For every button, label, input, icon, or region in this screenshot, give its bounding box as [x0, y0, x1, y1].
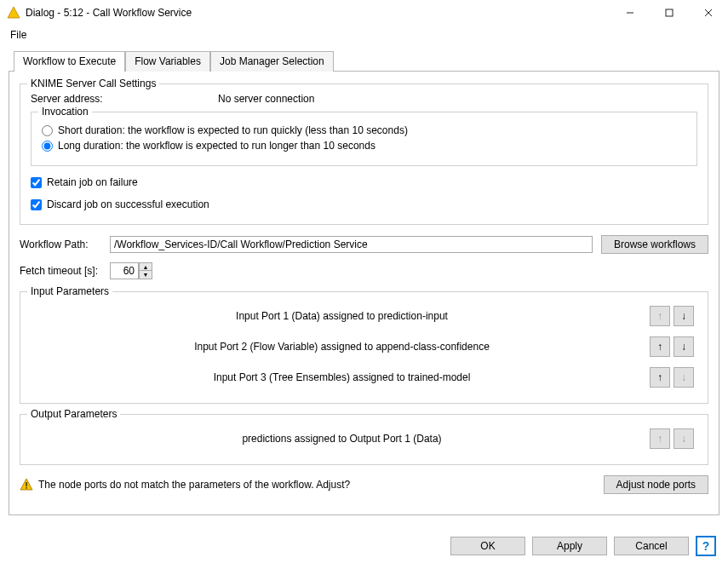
titlebar: Dialog - 5:12 - Call Workflow Service: [0, 0, 728, 26]
tab-flow-variables[interactable]: Flow Variables: [125, 51, 210, 72]
discard-job-label: Discard job on successful execution: [47, 198, 209, 210]
server-address-label: Server address:: [31, 93, 218, 105]
invocation-title: Invocation: [38, 106, 92, 118]
minimize-button[interactable]: [610, 0, 650, 26]
tab-job-manager-selection[interactable]: Job Manager Selection: [210, 51, 334, 72]
fetch-timeout-row: Fetch timeout [s]: ▲ ▼: [20, 262, 708, 279]
svg-marker-0: [8, 7, 20, 18]
close-button[interactable]: [689, 0, 728, 26]
output-param-row-1: predictions assigned to Output Port 1 (D…: [31, 423, 697, 454]
input-param-row-2: Input Port 2 (Flow Variable) assigned to…: [31, 331, 697, 362]
browse-workflows-button[interactable]: Browse workflows: [601, 235, 708, 254]
app-icon: [7, 6, 20, 20]
input-param-2-down[interactable]: ↓: [674, 336, 694, 357]
input-param-3-up[interactable]: ↑: [650, 367, 670, 388]
svg-rect-7: [26, 487, 27, 489]
fetch-timeout-down[interactable]: ▼: [139, 271, 152, 279]
discard-job-checkbox[interactable]: Discard job on successful execution: [31, 198, 697, 210]
output-parameters-group: Output Parameters predictions assigned t…: [20, 414, 708, 465]
tab-strip: Workflow to Execute Flow Variables Job M…: [14, 51, 719, 72]
retain-job-input[interactable]: [31, 177, 42, 188]
input-param-row-3: Input Port 3 (Tree Ensembles) assigned t…: [31, 362, 697, 393]
cancel-button[interactable]: Cancel: [614, 537, 689, 555]
fetch-timeout-up[interactable]: ▲: [139, 262, 152, 271]
server-call-settings-group: KNIME Server Call Settings Server addres…: [20, 83, 708, 225]
invocation-short-label: Short duration: the workflow is expected…: [58, 124, 408, 136]
arrow-down-icon: ↓: [681, 371, 686, 383]
workflow-path-row: Workflow Path: Browse workflows: [20, 235, 708, 254]
arrow-up-icon: ↑: [657, 310, 662, 322]
svg-rect-6: [26, 482, 27, 486]
menu-file[interactable]: File: [5, 27, 32, 43]
output-param-1-label: predictions assigned to Output Port 1 (D…: [34, 433, 650, 445]
fetch-timeout-label: Fetch timeout [s]:: [20, 265, 110, 277]
svg-rect-2: [666, 9, 673, 16]
server-address-value: No server connection: [218, 93, 314, 105]
invocation-long-radio[interactable]: Long duration: the workflow is expected …: [42, 140, 686, 152]
discard-job-input[interactable]: [31, 199, 42, 210]
input-parameters-title: Input Parameters: [27, 285, 112, 297]
client-area: Workflow to Execute Flow Variables Job M…: [0, 44, 728, 569]
arrow-down-icon: ↓: [681, 433, 686, 445]
input-param-1-up[interactable]: ↑: [650, 306, 670, 326]
adjust-node-ports-button[interactable]: Adjust node ports: [604, 475, 708, 494]
warning-icon: [20, 478, 33, 491]
arrow-down-icon: ↓: [681, 310, 686, 322]
fetch-timeout-input[interactable]: [110, 262, 139, 279]
workflow-path-input[interactable]: [110, 236, 593, 253]
warning-text: The node ports do not match the paramete…: [38, 479, 350, 491]
invocation-long-input[interactable]: [42, 141, 53, 152]
input-param-2-label: Input Port 2 (Flow Variable) assigned to…: [34, 341, 650, 353]
input-param-3-down[interactable]: ↓: [674, 367, 694, 388]
input-param-3-label: Input Port 3 (Tree Ensembles) assigned t…: [34, 371, 650, 383]
arrow-down-icon: ↓: [681, 341, 686, 353]
input-param-1-label: Input Port 1 (Data) assigned to predicti…: [34, 310, 650, 322]
output-param-1-up[interactable]: ↑: [650, 428, 670, 449]
help-icon: ?: [702, 539, 710, 553]
arrow-up-icon: ↑: [657, 341, 662, 353]
input-param-1-down[interactable]: ↓: [674, 306, 694, 326]
window-title: Dialog - 5:12 - Call Workflow Service: [26, 7, 610, 19]
ok-button[interactable]: OK: [450, 537, 525, 555]
invocation-group: Invocation Short duration: the workflow …: [31, 112, 697, 166]
menubar: File: [0, 26, 728, 44]
input-parameters-group: Input Parameters Input Port 1 (Data) ass…: [20, 291, 708, 404]
arrow-up-icon: ↑: [657, 433, 662, 445]
input-param-2-up[interactable]: ↑: [650, 336, 670, 357]
invocation-short-input[interactable]: [42, 125, 53, 136]
dialog-buttons: OK Apply Cancel ?: [0, 532, 728, 569]
window-controls: [610, 0, 728, 26]
invocation-long-label: Long duration: the workflow is expected …: [58, 140, 375, 152]
workflow-path-label: Workflow Path:: [20, 239, 101, 250]
apply-button[interactable]: Apply: [532, 537, 607, 555]
warning-row: The node ports do not match the paramete…: [20, 475, 708, 494]
help-button[interactable]: ?: [696, 536, 716, 556]
invocation-short-radio[interactable]: Short duration: the workflow is expected…: [42, 124, 686, 136]
server-call-settings-title: KNIME Server Call Settings: [27, 78, 159, 89]
tab-workflow-to-execute[interactable]: Workflow to Execute: [14, 51, 125, 72]
fetch-timeout-spinner[interactable]: ▲ ▼: [110, 262, 152, 279]
retain-job-checkbox[interactable]: Retain job on failure: [31, 176, 697, 188]
output-parameters-title: Output Parameters: [27, 408, 120, 420]
maximize-button[interactable]: [650, 0, 689, 26]
retain-job-label: Retain job on failure: [47, 176, 138, 188]
input-param-row-1: Input Port 1 (Data) assigned to predicti…: [31, 301, 697, 331]
server-address-row: Server address: No server connection: [31, 93, 697, 105]
output-param-1-down[interactable]: ↓: [674, 428, 694, 449]
arrow-up-icon: ↑: [657, 371, 662, 383]
tab-panel: KNIME Server Call Settings Server addres…: [9, 71, 719, 515]
